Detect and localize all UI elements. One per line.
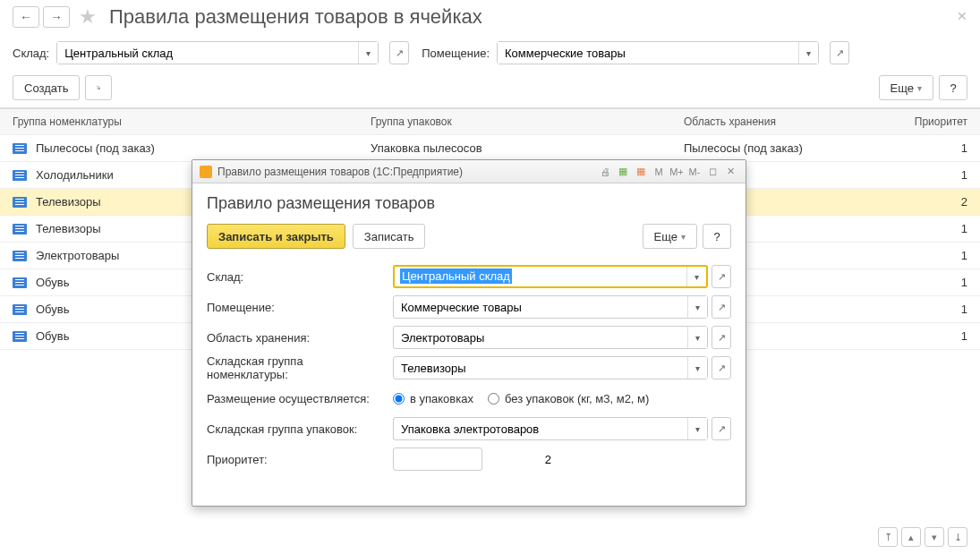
room-label: Помещение: (422, 47, 490, 60)
dlg-area-label: Область хранения: (207, 331, 386, 345)
cell-priority: 1 (905, 222, 967, 235)
dlg-warehouse-input[interactable]: Центральный склад (400, 268, 512, 284)
page-title: Правила размещения товаров в ячейках (109, 5, 482, 29)
dialog-help-button[interactable]: ? (703, 224, 731, 249)
dlg-placement-label: Размещение осуществляется: (207, 392, 386, 405)
room-input[interactable] (498, 42, 798, 64)
close-page-icon[interactable]: ✕ (957, 9, 967, 23)
more-button[interactable]: Еще (879, 75, 933, 100)
document-icon (97, 81, 100, 94)
dialog-window-title: Правило размещения товаров (1С:Предприят… (217, 166, 463, 178)
warehouse-open-icon[interactable]: ↗ (389, 41, 409, 64)
goto-up-icon[interactable]: ▴ (901, 527, 921, 547)
dlg-warehouse-input-group[interactable]: Центральный склад ▾ (393, 265, 708, 288)
forward-button[interactable]: → (43, 6, 70, 28)
dlg-nomgroup-input-group[interactable]: ▾ (393, 356, 708, 379)
radio-in-packs[interactable]: в упаковках (393, 392, 473, 405)
goto-last-icon[interactable]: ⤓ (948, 527, 967, 547)
col-area[interactable]: Область хранения (684, 115, 905, 128)
table-header: Группа номенклатуры Группа упаковок Обла… (0, 108, 980, 135)
mminus-icon[interactable]: M- (686, 164, 703, 180)
save-button[interactable]: Записать (353, 224, 426, 249)
dlg-packgroup-input[interactable] (394, 418, 687, 439)
dlg-area-input[interactable] (394, 327, 687, 348)
cell-group: Холодильники (36, 168, 114, 182)
goto-first-icon[interactable]: ⤒ (878, 527, 898, 547)
mplus-icon[interactable]: M+ (669, 164, 685, 180)
calendar-icon[interactable]: ▦ (615, 164, 631, 180)
refresh-button[interactable] (85, 75, 112, 100)
dlg-priority-label: Приоритет: (207, 453, 386, 466)
col-pack[interactable]: Группа упаковок (371, 115, 684, 128)
cell-area: Пылесосы (под заказ) (684, 141, 905, 155)
footer-nav: ⤒ ▴ ▾ ⤓ (878, 527, 967, 547)
cell-group: Обувь (36, 303, 69, 316)
maximize-icon[interactable]: ◻ (704, 164, 720, 180)
warehouse-dropdown-icon[interactable]: ▾ (358, 42, 378, 64)
radio-in-packs-label: в упаковках (410, 392, 473, 405)
dlg-packgroup-input-group[interactable]: ▾ (393, 417, 708, 440)
warehouse-input[interactable] (57, 42, 358, 64)
dlg-area-dropdown-icon[interactable]: ▾ (687, 327, 707, 348)
cell-group: Телевизоры (36, 195, 101, 209)
rule-dialog: Правило размещения товаров (1С:Предприят… (192, 159, 746, 507)
dlg-priority-input-group[interactable] (393, 447, 482, 471)
print-icon[interactable]: 🖨 (597, 164, 613, 180)
dlg-nomgroup-dropdown-icon[interactable]: ▾ (687, 357, 707, 379)
dlg-nomgroup-input[interactable] (394, 357, 687, 379)
cell-priority: 1 (905, 168, 967, 182)
help-button[interactable]: ? (939, 75, 967, 100)
cell-priority: 1 (905, 249, 967, 262)
dlg-room-input-group[interactable]: ▾ (393, 295, 708, 319)
row-type-icon (13, 331, 27, 342)
date-icon[interactable]: ▦ (633, 164, 649, 180)
cell-pack: Упаковка пылесосов (371, 141, 684, 155)
dialog-close-icon[interactable]: ✕ (722, 164, 738, 180)
dialog-heading: Правило размещения товаров (207, 194, 731, 213)
radio-no-packs[interactable]: без упаковок (кг, м3, м2, м) (488, 392, 649, 405)
dlg-nomgroup-open-icon[interactable]: ↗ (712, 356, 731, 379)
cell-priority: 1 (905, 329, 967, 343)
cell-priority: 2 (905, 195, 967, 209)
m-icon[interactable]: M (651, 164, 667, 180)
col-priority[interactable]: Приоритет (905, 115, 967, 128)
col-group[interactable]: Группа номенклатуры (13, 115, 371, 128)
dlg-packgroup-open-icon[interactable]: ↗ (712, 417, 731, 440)
dialog-titlebar[interactable]: Правило размещения товаров (1С:Предприят… (192, 160, 746, 183)
dlg-room-dropdown-icon[interactable]: ▾ (687, 296, 707, 318)
back-button[interactable]: ← (13, 6, 39, 28)
top-nav: ← → ★ Правила размещения товаров в ячейк… (0, 0, 980, 34)
dlg-packgroup-label: Складская группа упаковок: (207, 422, 386, 436)
goto-down-icon[interactable]: ▾ (925, 527, 944, 547)
dlg-placement-radios: в упаковках без упаковок (кг, м3, м2, м) (393, 392, 649, 405)
dlg-warehouse-dropdown-icon[interactable]: ▾ (686, 267, 706, 286)
dialog-body: Правило размещения товаров Записать и за… (192, 183, 746, 485)
cell-priority: 1 (905, 303, 967, 316)
radio-no-packs-input[interactable] (488, 393, 499, 405)
dlg-room-label: Помещение: (207, 301, 386, 314)
dialog-more-button[interactable]: Еще (643, 224, 697, 249)
create-button[interactable]: Создать (13, 75, 80, 100)
cell-group: Электротовары (36, 249, 119, 262)
room-open-icon[interactable]: ↗ (830, 41, 849, 64)
radio-in-packs-input[interactable] (393, 393, 405, 405)
room-combo[interactable]: ▾ (497, 41, 819, 64)
warehouse-combo[interactable]: ▾ (56, 41, 379, 64)
room-dropdown-icon[interactable]: ▾ (798, 42, 818, 64)
app-icon (200, 166, 212, 178)
favorite-star-icon[interactable]: ★ (79, 5, 97, 29)
cell-group: Пылесосы (под заказ) (36, 141, 155, 155)
table-row[interactable]: Пылесосы (под заказ)Упаковка пылесосовПы… (0, 135, 980, 162)
dlg-room-input[interactable] (394, 296, 687, 318)
cell-priority: 1 (905, 276, 967, 289)
dlg-nomgroup-label: Складская группа номенклатуры: (207, 354, 386, 381)
save-close-button[interactable]: Записать и закрыть (207, 224, 345, 249)
dlg-area-input-group[interactable]: ▾ (393, 326, 708, 349)
dlg-room-open-icon[interactable]: ↗ (712, 295, 731, 319)
warehouse-label: Склад: (13, 47, 49, 60)
row-type-icon (13, 277, 27, 288)
dlg-packgroup-dropdown-icon[interactable]: ▾ (687, 418, 707, 439)
dlg-priority-input[interactable] (394, 448, 558, 470)
dlg-area-open-icon[interactable]: ↗ (712, 326, 731, 349)
dlg-warehouse-open-icon[interactable]: ↗ (712, 265, 731, 288)
